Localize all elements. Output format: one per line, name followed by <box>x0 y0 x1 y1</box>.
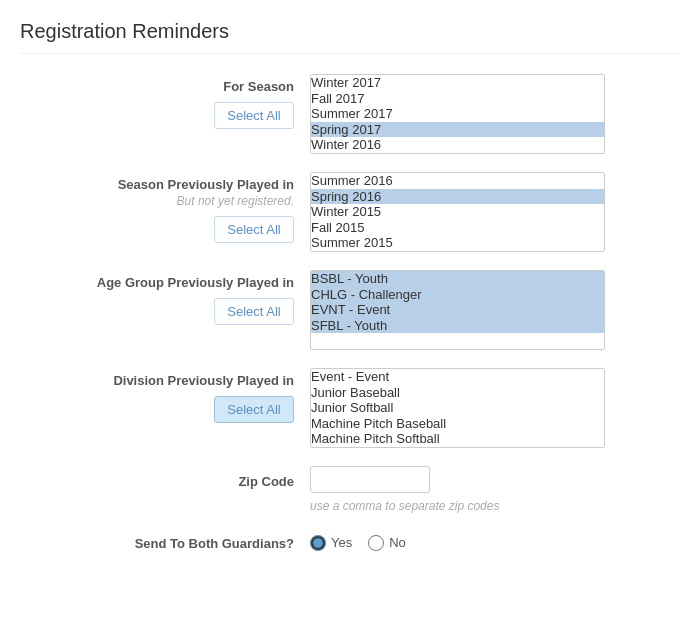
for-season-option-fall2016[interactable]: Fall 2016 <box>311 153 604 154</box>
season-previously-control: Summer 2016 Spring 2016 Winter 2015 Fall… <box>310 172 605 252</box>
for-season-option-spring2017[interactable]: Spring 2017 <box>311 122 604 138</box>
season-prev-spring2015[interactable]: Spring 2015 <box>311 251 604 252</box>
for-season-option-fall2017[interactable]: Fall 2017 <box>311 91 604 107</box>
division-select-all-button[interactable]: Select All <box>214 396 294 423</box>
zip-code-row: Zip Code <box>20 466 680 493</box>
division-label: Division Previously Played in <box>113 373 294 388</box>
zip-code-input[interactable] <box>310 466 430 493</box>
season-previously-label-col: Season Previously Played in But not yet … <box>20 172 310 243</box>
age-group-select[interactable]: BSBL - Youth CHLG - Challenger EVNT - Ev… <box>310 270 605 350</box>
for-season-select[interactable]: Winter 2017 Fall 2017 Summer 2017 Spring… <box>310 74 605 154</box>
division-mpbaseball[interactable]: Machine Pitch Baseball <box>311 416 604 432</box>
send-both-yes-radio[interactable] <box>310 535 326 551</box>
season-previously-row: Season Previously Played in But not yet … <box>20 172 680 252</box>
division-majorbaseball[interactable]: Major Baseball <box>311 447 604 448</box>
for-season-control: Winter 2017 Fall 2017 Summer 2017 Spring… <box>310 74 605 154</box>
season-previously-sublabel: But not yet registered. <box>20 194 294 208</box>
send-both-yes-label[interactable]: Yes <box>310 535 352 551</box>
season-prev-summer2015[interactable]: Summer 2015 <box>311 235 604 251</box>
send-both-section: Send To Both Guardians? Yes No <box>20 531 680 551</box>
season-previously-section: Season Previously Played in But not yet … <box>20 172 680 252</box>
send-both-label: Send To Both Guardians? <box>135 536 294 551</box>
for-season-option-summer2017[interactable]: Summer 2017 <box>311 106 604 122</box>
age-group-select-all-button[interactable]: Select All <box>214 298 294 325</box>
for-season-select-all-button[interactable]: Select All <box>214 102 294 129</box>
for-season-label-col: For Season Select All <box>20 74 310 129</box>
send-both-row: Send To Both Guardians? Yes No <box>20 531 680 551</box>
age-group-sfbl[interactable]: SFBL - Youth <box>311 318 604 334</box>
zip-code-hint: use a comma to separate zip codes <box>310 499 680 513</box>
age-group-control: BSBL - Youth CHLG - Challenger EVNT - Ev… <box>310 270 605 350</box>
division-label-col: Division Previously Played in Select All <box>20 368 310 423</box>
season-prev-spring2016[interactable]: Spring 2016 <box>311 189 604 205</box>
division-section: Division Previously Played in Select All… <box>20 368 680 448</box>
age-group-label-col: Age Group Previously Played in Select Al… <box>20 270 310 325</box>
for-season-section: For Season Select All Winter 2017 Fall 2… <box>20 74 680 154</box>
send-both-no-text: No <box>389 535 406 550</box>
season-prev-summer2016[interactable]: Summer 2016 <box>311 173 604 189</box>
send-both-label-col: Send To Both Guardians? <box>20 531 310 551</box>
send-both-no-label[interactable]: No <box>368 535 406 551</box>
division-row: Division Previously Played in Select All… <box>20 368 680 448</box>
division-jrbaseball[interactable]: Junior Baseball <box>311 385 604 401</box>
send-both-yes-text: Yes <box>331 535 352 550</box>
age-group-row: Age Group Previously Played in Select Al… <box>20 270 680 350</box>
zip-code-label-col: Zip Code <box>20 469 310 489</box>
season-previously-select-all-button[interactable]: Select All <box>214 216 294 243</box>
send-both-no-radio[interactable] <box>368 535 384 551</box>
division-jrsoftball[interactable]: Junior Softball <box>311 400 604 416</box>
for-season-option-winter2017[interactable]: Winter 2017 <box>311 75 604 91</box>
division-mpsoftball[interactable]: Machine Pitch Softball <box>311 431 604 447</box>
age-group-label: Age Group Previously Played in <box>97 275 294 290</box>
season-previously-label: Season Previously Played in <box>118 177 294 192</box>
season-prev-winter2015[interactable]: Winter 2015 <box>311 204 604 220</box>
division-control: Event - Event Junior Baseball Junior Sof… <box>310 368 605 448</box>
age-group-section: Age Group Previously Played in Select Al… <box>20 270 680 350</box>
season-prev-fall2015[interactable]: Fall 2015 <box>311 220 604 236</box>
age-group-bsbl[interactable]: BSBL - Youth <box>311 271 604 287</box>
send-both-control: Yes No <box>310 531 406 551</box>
zip-code-section: Zip Code use a comma to separate zip cod… <box>20 466 680 513</box>
age-group-chlg[interactable]: CHLG - Challenger <box>311 287 604 303</box>
zip-code-label: Zip Code <box>238 474 294 489</box>
for-season-label: For Season <box>223 79 294 94</box>
for-season-row: For Season Select All Winter 2017 Fall 2… <box>20 74 680 154</box>
division-select[interactable]: Event - Event Junior Baseball Junior Sof… <box>310 368 605 448</box>
division-event[interactable]: Event - Event <box>311 369 604 385</box>
for-season-option-winter2016[interactable]: Winter 2016 <box>311 137 604 153</box>
zip-code-control <box>310 466 430 493</box>
page-title: Registration Reminders <box>20 20 680 54</box>
age-group-evnt[interactable]: EVNT - Event <box>311 302 604 318</box>
season-previously-select[interactable]: Summer 2016 Spring 2016 Winter 2015 Fall… <box>310 172 605 252</box>
